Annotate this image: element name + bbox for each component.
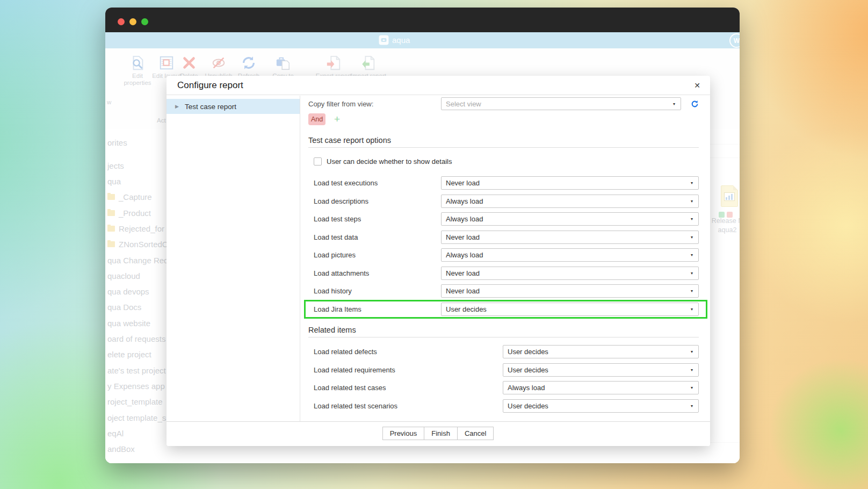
load-jira-items-label: Load Jira Items bbox=[308, 305, 441, 313]
traffic-light-minimize[interactable] bbox=[129, 18, 136, 25]
dialog-content: Copy filter from view: Select view ▾ And… bbox=[301, 96, 710, 421]
load-descriptions-label: Load descriptions bbox=[308, 197, 441, 205]
chevron-down-icon: ▾ bbox=[691, 181, 693, 185]
load-jira-items-select[interactable]: User decides▾ bbox=[441, 303, 699, 316]
load-descriptions-select[interactable]: Always load▾ bbox=[441, 195, 699, 208]
select-value: User decides bbox=[446, 305, 691, 313]
load-related-test-scenarios-select[interactable]: User decides▾ bbox=[503, 399, 699, 413]
chevron-down-icon: ▾ bbox=[691, 253, 693, 257]
dialog-title: Configure report bbox=[177, 80, 694, 91]
copy-filter-row: Copy filter from view: Select view ▾ bbox=[308, 97, 699, 110]
select-value: User decides bbox=[508, 366, 691, 374]
load-related-test-scenarios-row: Load related test scenariosUser decides▾ bbox=[308, 397, 699, 415]
load-related-test-cases-row: Load related test casesAlways load▾ bbox=[308, 379, 699, 397]
load-test-executions-row: Load test executionsNever load▾ bbox=[308, 174, 699, 192]
load-related-requirements-row: Load related requirementsUser decides▾ bbox=[308, 361, 699, 379]
section-divider bbox=[308, 147, 699, 148]
load-related-defects-row: Load related defectsUser decides▾ bbox=[308, 343, 699, 361]
traffic-light-zoom[interactable] bbox=[141, 18, 148, 25]
options-rows: Load test executionsNever load▾Load desc… bbox=[308, 174, 699, 318]
chevron-down-icon: ▾ bbox=[691, 217, 693, 221]
load-attachments-row: Load attachmentsNever load▾ bbox=[308, 264, 699, 283]
chevron-down-icon: ▾ bbox=[691, 199, 693, 204]
load-jira-items-row: Load Jira ItemsUser decides▾ bbox=[308, 300, 699, 319]
load-related-test-cases-select[interactable]: Always load▾ bbox=[503, 381, 699, 394]
load-related-defects-select[interactable]: User decides▾ bbox=[503, 345, 699, 358]
chevron-down-icon: ▾ bbox=[691, 307, 693, 312]
related-rows: Load related defectsUser decides▾Load re… bbox=[308, 343, 699, 415]
dialog-footer: PreviousFinishCancel bbox=[167, 421, 710, 446]
dialog-header: Configure report ✕ bbox=[167, 76, 710, 95]
load-history-select[interactable]: Never load▾ bbox=[441, 284, 699, 298]
select-value: Never load bbox=[446, 287, 691, 295]
previous-button[interactable]: Previous bbox=[382, 427, 425, 440]
load-test-steps-row: Load test stepsAlways load▾ bbox=[308, 210, 699, 228]
chevron-down-icon: ▾ bbox=[691, 289, 693, 293]
and-operator-badge[interactable]: And bbox=[308, 113, 326, 125]
select-value: Always load bbox=[446, 197, 691, 205]
load-related-test-scenarios-label: Load related test scenarios bbox=[308, 402, 503, 410]
add-filter-icon[interactable]: + bbox=[334, 113, 340, 125]
load-test-executions-label: Load test executions bbox=[308, 179, 441, 187]
load-history-row: Load historyNever load▾ bbox=[308, 282, 699, 300]
dialog-sidebar: ▶ Test case report bbox=[167, 96, 300, 421]
load-test-data-row: Load test dataNever load▾ bbox=[308, 228, 699, 247]
load-test-data-select[interactable]: Never load▾ bbox=[441, 231, 699, 244]
select-value: Never load bbox=[446, 233, 691, 241]
select-value: User decides bbox=[508, 402, 691, 410]
load-related-requirements-label: Load related requirements bbox=[308, 366, 503, 374]
sidebar-item-test-case-report[interactable]: ▶ Test case report bbox=[167, 99, 300, 114]
macos-window: aqua W w Act Edit propertiesEdit layoutD… bbox=[105, 8, 740, 463]
chevron-down-icon: ▾ bbox=[691, 271, 693, 276]
select-value: Always load bbox=[508, 384, 691, 392]
select-value: User decides bbox=[508, 348, 691, 356]
filter-operator-row: And + bbox=[308, 113, 699, 125]
finish-button[interactable]: Finish bbox=[424, 427, 458, 440]
load-pictures-row: Load picturesAlways load▾ bbox=[308, 246, 699, 264]
configure-report-dialog: Configure report ✕ ▶ Test case report Co… bbox=[167, 76, 710, 446]
close-icon[interactable]: ✕ bbox=[694, 81, 700, 90]
chevron-down-icon: ▾ bbox=[691, 385, 693, 390]
load-attachments-label: Load attachments bbox=[308, 269, 441, 277]
load-related-defects-label: Load related defects bbox=[308, 348, 503, 356]
window-titlebar[interactable] bbox=[105, 8, 740, 32]
section-divider bbox=[308, 337, 699, 337]
select-value: Never load bbox=[446, 269, 691, 277]
select-view-dropdown[interactable]: Select view ▾ bbox=[441, 97, 681, 110]
chevron-down-icon: ▾ bbox=[673, 102, 675, 106]
load-test-steps-select[interactable]: Always load▾ bbox=[441, 212, 699, 226]
select-value: Always load bbox=[446, 215, 691, 223]
copy-filter-label: Copy filter from view: bbox=[308, 100, 441, 108]
chevron-down-icon: ▾ bbox=[691, 368, 693, 372]
options-section-title: Test case report options bbox=[308, 136, 699, 145]
refresh-filter-icon[interactable] bbox=[691, 100, 699, 108]
load-pictures-label: Load pictures bbox=[308, 251, 441, 259]
cancel-button[interactable]: Cancel bbox=[457, 427, 494, 440]
load-descriptions-row: Load descriptionsAlways load▾ bbox=[308, 192, 699, 211]
load-history-label: Load history bbox=[308, 287, 441, 295]
load-test-executions-select[interactable]: Never load▾ bbox=[441, 176, 699, 190]
load-pictures-select[interactable]: Always load▾ bbox=[441, 248, 699, 262]
load-test-steps-label: Load test steps bbox=[308, 215, 441, 223]
related-section-title: Related items bbox=[308, 326, 699, 334]
show-details-checkbox[interactable] bbox=[314, 157, 322, 166]
chevron-down-icon: ▾ bbox=[691, 235, 693, 240]
load-attachments-select[interactable]: Never load▾ bbox=[441, 267, 699, 280]
load-related-test-cases-label: Load related test cases bbox=[308, 384, 503, 392]
show-details-row: User can decide whether to show details bbox=[308, 157, 699, 166]
chevron-right-icon[interactable]: ▶ bbox=[175, 104, 179, 109]
chevron-down-icon: ▾ bbox=[691, 349, 693, 354]
load-related-requirements-select[interactable]: User decides▾ bbox=[503, 363, 699, 377]
chevron-down-icon: ▾ bbox=[691, 404, 693, 408]
select-value: Never load bbox=[446, 179, 691, 187]
load-test-data-label: Load test data bbox=[308, 233, 441, 241]
traffic-light-close[interactable] bbox=[118, 18, 125, 25]
select-value: Always load bbox=[446, 251, 691, 259]
